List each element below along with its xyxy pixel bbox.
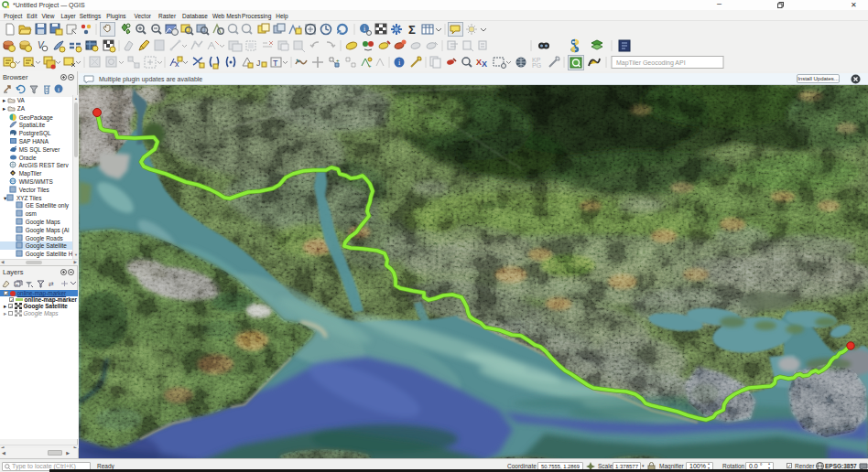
svg-text:MapTiler Geocoding API: MapTiler Geocoding API: [616, 59, 686, 67]
svg-text:X: X: [482, 59, 487, 69]
svg-text:+: +: [16, 282, 18, 287]
svg-text:+: +: [368, 63, 372, 69]
svg-text:T: T: [273, 59, 278, 68]
svg-text:+: +: [336, 58, 340, 63]
svg-text:⇄: ⇄: [49, 281, 54, 287]
svg-text:i: i: [58, 86, 60, 93]
svg-text:J: J: [256, 59, 261, 68]
svg-text:Σ: Σ: [408, 23, 416, 37]
svg-text:PG: PG: [532, 62, 541, 69]
